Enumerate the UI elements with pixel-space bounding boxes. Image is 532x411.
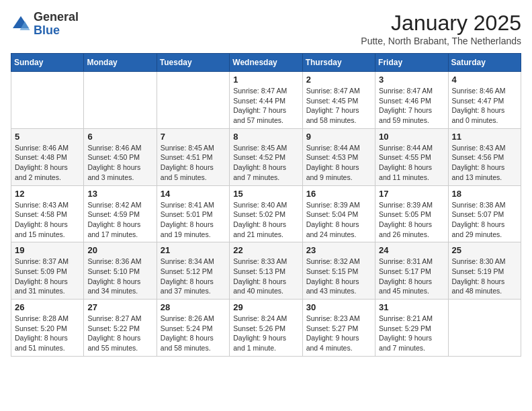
day-info: Sunrise: 8:41 AMSunset: 5:01 PMDaylight:… — [161, 200, 226, 240]
day-cell: 4Sunrise: 8:46 AMSunset: 4:47 PMDaylight… — [448, 72, 521, 129]
day-info: Sunrise: 8:38 AMSunset: 5:07 PMDaylight:… — [452, 200, 517, 240]
day-info: Sunrise: 8:43 AMSunset: 4:56 PMDaylight:… — [452, 143, 517, 183]
day-number: 9 — [306, 132, 371, 142]
day-number: 1 — [233, 75, 298, 85]
day-cell: 3Sunrise: 8:47 AMSunset: 4:46 PMDaylight… — [375, 72, 448, 129]
day-info: Sunrise: 8:28 AMSunset: 5:20 PMDaylight:… — [15, 314, 80, 353]
day-cell: 16Sunrise: 8:39 AMSunset: 5:04 PMDayligh… — [302, 185, 375, 242]
calendar: SundayMondayTuesdayWednesdayThursdayFrid… — [11, 53, 521, 357]
day-info: Sunrise: 8:47 AMSunset: 4:44 PMDaylight:… — [233, 86, 298, 126]
weekday-header-saturday: Saturday — [448, 54, 521, 72]
day-number: 4 — [452, 75, 517, 85]
day-cell — [11, 72, 84, 129]
day-number: 29 — [233, 302, 298, 312]
day-cell: 7Sunrise: 8:45 AMSunset: 4:51 PMDaylight… — [157, 128, 229, 185]
day-number: 5 — [15, 132, 80, 142]
day-cell: 11Sunrise: 8:43 AMSunset: 4:56 PMDayligh… — [448, 128, 521, 185]
week-row-2: 5Sunrise: 8:46 AMSunset: 4:48 PMDaylight… — [11, 128, 521, 185]
day-cell: 12Sunrise: 8:43 AMSunset: 4:58 PMDayligh… — [11, 185, 84, 242]
day-info: Sunrise: 8:44 AMSunset: 4:55 PMDaylight:… — [379, 143, 444, 183]
day-info: Sunrise: 8:46 AMSunset: 4:47 PMDaylight:… — [452, 86, 517, 126]
day-number: 28 — [161, 302, 226, 312]
day-cell: 5Sunrise: 8:46 AMSunset: 4:48 PMDaylight… — [11, 128, 84, 185]
day-info: Sunrise: 8:23 AMSunset: 5:27 PMDaylight:… — [306, 314, 371, 353]
day-info: Sunrise: 8:34 AMSunset: 5:12 PMDaylight:… — [161, 257, 226, 296]
day-info: Sunrise: 8:24 AMSunset: 5:26 PMDaylight:… — [233, 314, 298, 353]
day-info: Sunrise: 8:21 AMSunset: 5:29 PMDaylight:… — [379, 314, 444, 353]
day-info: Sunrise: 8:44 AMSunset: 4:53 PMDaylight:… — [306, 143, 371, 183]
day-number: 17 — [379, 189, 444, 199]
logo-icon — [11, 14, 31, 34]
day-number: 12 — [15, 189, 80, 199]
day-cell: 22Sunrise: 8:33 AMSunset: 5:13 PMDayligh… — [230, 242, 302, 300]
day-number: 3 — [379, 75, 444, 85]
logo: General Blue — [11, 11, 79, 38]
weekday-header-friday: Friday — [375, 54, 448, 72]
title-area: January 2025 Putte, North Brabant, The N… — [361, 11, 521, 46]
weekday-header-sunday: Sunday — [11, 54, 84, 72]
day-number: 24 — [379, 245, 444, 255]
location-title: Putte, North Brabant, The Netherlands — [361, 36, 521, 46]
week-row-3: 12Sunrise: 8:43 AMSunset: 4:58 PMDayligh… — [11, 185, 521, 242]
weekday-header-tuesday: Tuesday — [157, 54, 229, 72]
day-cell: 30Sunrise: 8:23 AMSunset: 5:27 PMDayligh… — [302, 300, 375, 357]
day-number: 30 — [306, 302, 371, 312]
day-cell: 24Sunrise: 8:31 AMSunset: 5:17 PMDayligh… — [375, 242, 448, 300]
day-info: Sunrise: 8:43 AMSunset: 4:58 PMDaylight:… — [15, 200, 80, 240]
day-cell: 6Sunrise: 8:46 AMSunset: 4:50 PMDaylight… — [84, 128, 157, 185]
day-info: Sunrise: 8:27 AMSunset: 5:22 PMDaylight:… — [87, 314, 152, 353]
day-number: 21 — [161, 245, 226, 255]
day-cell: 1Sunrise: 8:47 AMSunset: 4:44 PMDaylight… — [230, 72, 302, 129]
day-cell: 26Sunrise: 8:28 AMSunset: 5:20 PMDayligh… — [11, 300, 84, 357]
month-title: January 2025 — [361, 11, 521, 36]
day-number: 27 — [87, 302, 152, 312]
day-number: 26 — [15, 302, 80, 312]
day-cell: 2Sunrise: 8:47 AMSunset: 4:45 PMDaylight… — [302, 72, 375, 129]
day-cell: 28Sunrise: 8:26 AMSunset: 5:24 PMDayligh… — [157, 300, 229, 357]
day-cell: 9Sunrise: 8:44 AMSunset: 4:53 PMDaylight… — [302, 128, 375, 185]
day-info: Sunrise: 8:46 AMSunset: 4:48 PMDaylight:… — [15, 143, 80, 183]
day-number: 15 — [233, 189, 298, 199]
day-cell: 20Sunrise: 8:36 AMSunset: 5:10 PMDayligh… — [84, 242, 157, 300]
day-info: Sunrise: 8:30 AMSunset: 5:19 PMDaylight:… — [452, 257, 517, 296]
day-number: 10 — [379, 132, 444, 142]
day-info: Sunrise: 8:40 AMSunset: 5:02 PMDaylight:… — [233, 200, 298, 240]
day-number: 7 — [161, 132, 226, 142]
day-number: 13 — [87, 189, 152, 199]
day-cell: 8Sunrise: 8:45 AMSunset: 4:52 PMDaylight… — [230, 128, 302, 185]
day-info: Sunrise: 8:45 AMSunset: 4:51 PMDaylight:… — [161, 143, 226, 183]
day-number: 23 — [306, 245, 371, 255]
logo-blue: Blue — [34, 24, 79, 38]
day-info: Sunrise: 8:33 AMSunset: 5:13 PMDaylight:… — [233, 257, 298, 296]
day-cell: 29Sunrise: 8:24 AMSunset: 5:26 PMDayligh… — [230, 300, 302, 357]
day-info: Sunrise: 8:47 AMSunset: 4:46 PMDaylight:… — [379, 86, 444, 126]
week-row-1: 1Sunrise: 8:47 AMSunset: 4:44 PMDaylight… — [11, 72, 521, 129]
day-cell: 27Sunrise: 8:27 AMSunset: 5:22 PMDayligh… — [84, 300, 157, 357]
day-cell: 23Sunrise: 8:32 AMSunset: 5:15 PMDayligh… — [302, 242, 375, 300]
logo-text: General Blue — [34, 11, 79, 38]
day-number: 22 — [233, 245, 298, 255]
day-info: Sunrise: 8:26 AMSunset: 5:24 PMDaylight:… — [161, 314, 226, 353]
day-info: Sunrise: 8:46 AMSunset: 4:50 PMDaylight:… — [87, 143, 152, 183]
week-row-5: 26Sunrise: 8:28 AMSunset: 5:20 PMDayligh… — [11, 300, 521, 357]
day-cell: 10Sunrise: 8:44 AMSunset: 4:55 PMDayligh… — [375, 128, 448, 185]
logo-general: General — [34, 11, 79, 24]
day-number: 2 — [306, 75, 371, 85]
day-number: 11 — [452, 132, 517, 142]
day-number: 8 — [233, 132, 298, 142]
day-cell: 14Sunrise: 8:41 AMSunset: 5:01 PMDayligh… — [157, 185, 229, 242]
day-number: 20 — [87, 245, 152, 255]
day-number: 18 — [452, 189, 517, 199]
day-number: 14 — [161, 189, 226, 199]
day-cell — [157, 72, 229, 129]
day-info: Sunrise: 8:32 AMSunset: 5:15 PMDaylight:… — [306, 257, 371, 296]
weekday-header-wednesday: Wednesday — [230, 54, 302, 72]
day-info: Sunrise: 8:47 AMSunset: 4:45 PMDaylight:… — [306, 86, 371, 126]
day-info: Sunrise: 8:36 AMSunset: 5:10 PMDaylight:… — [87, 257, 152, 296]
day-info: Sunrise: 8:45 AMSunset: 4:52 PMDaylight:… — [233, 143, 298, 183]
day-info: Sunrise: 8:31 AMSunset: 5:17 PMDaylight:… — [379, 257, 444, 296]
day-number: 19 — [15, 245, 80, 255]
day-info: Sunrise: 8:42 AMSunset: 4:59 PMDaylight:… — [87, 200, 152, 240]
day-cell: 19Sunrise: 8:37 AMSunset: 5:09 PMDayligh… — [11, 242, 84, 300]
day-cell: 15Sunrise: 8:40 AMSunset: 5:02 PMDayligh… — [230, 185, 302, 242]
